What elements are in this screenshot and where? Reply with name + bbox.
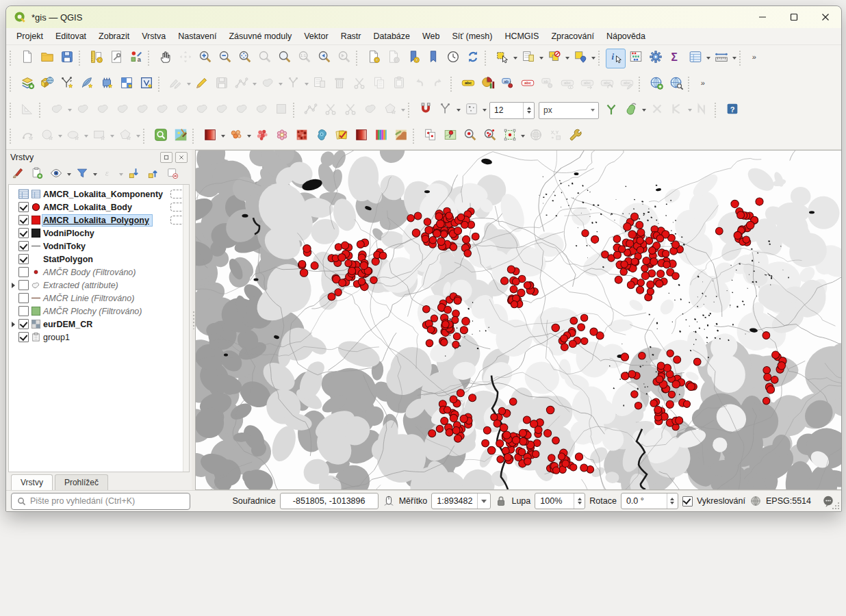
add-delimited-text-layer-button[interactable]	[57, 75, 77, 94]
mouse-extent-icon[interactable]	[383, 495, 395, 507]
menu-zpracov-n[interactable]: Zpracování	[545, 29, 600, 43]
toolbar-drag-handle[interactable]	[408, 103, 413, 118]
layer-row-vodnitoky[interactable]: VodniToky	[9, 240, 189, 253]
menu-editovat[interactable]: Editovat	[49, 29, 92, 43]
layer-row-extracted-attribute[interactable]: Extracted (attribute)	[9, 279, 189, 292]
toolbar-drag-handle[interactable]	[715, 103, 719, 118]
layer-row-vodniplochy[interactable]: VodniPlochy	[9, 227, 189, 240]
layer-label[interactable]: StatPolygon	[42, 254, 96, 265]
minimize-button[interactable]	[747, 6, 778, 28]
magnifier-spin[interactable]: 100%	[535, 493, 585, 509]
toolbar-drag-handle[interactable]	[413, 129, 418, 144]
layer-row-am-r-body-filtrov-no[interactable]: AMČR Body (Filtrováno)	[9, 266, 189, 279]
toolbar-drag-handle[interactable]	[688, 77, 693, 92]
point-displacement-style-dropdown[interactable]	[246, 127, 252, 146]
menu-rastr[interactable]: Rastr	[335, 29, 368, 43]
layer-visibility-checkbox[interactable]	[18, 306, 29, 316]
show-statistics-button[interactable]: Σ	[665, 49, 685, 68]
show-bookmarks-button[interactable]	[423, 49, 443, 68]
point-cluster-style-button[interactable]	[252, 127, 272, 146]
layer-visibility-checkbox[interactable]	[18, 293, 29, 303]
avoid-overlap-dropdown[interactable]	[641, 101, 647, 120]
tree-scrollbar[interactable]	[183, 185, 189, 472]
new-print-layout-button[interactable]	[363, 49, 383, 68]
menu-zobrazit[interactable]: Zobrazit	[92, 29, 136, 43]
manage-map-themes-button[interactable]	[47, 165, 65, 183]
resize-grip[interactable]	[832, 502, 840, 510]
add-raster-layer-button[interactable]	[116, 75, 136, 94]
heatmap-style-dropdown[interactable]	[220, 127, 226, 146]
zoom-out-button[interactable]	[215, 49, 235, 68]
layer-visibility-checkbox[interactable]	[18, 202, 29, 212]
help-button[interactable]: ?	[722, 101, 742, 120]
data-source-manager-button[interactable]	[17, 75, 37, 94]
panel-close-button[interactable]	[175, 152, 188, 163]
rotation-spin[interactable]: 0.0 °	[621, 493, 678, 509]
toolbar-drag-handle[interactable]	[192, 129, 197, 144]
zoom-to-points-button[interactable]	[480, 127, 500, 146]
menu-z-suvn-moduly[interactable]: Zásuvné moduly	[222, 29, 298, 43]
snapping-display-button[interactable]	[461, 101, 481, 120]
layer-label[interactable]: AMČR Plochy (Filtrováno)	[42, 306, 144, 317]
add-postgis-layer-button[interactable]	[97, 75, 116, 94]
select-extent-tool-button[interactable]	[500, 127, 520, 146]
measure-line-dropdown[interactable]	[731, 49, 737, 68]
layer-row-statpolygon[interactable]: StatPolygon	[9, 253, 189, 266]
crs-globe-icon[interactable]	[749, 495, 762, 507]
layer-row-amcr-lokalita-body[interactable]: AMCR_Lokalita_Body	[9, 201, 189, 214]
open-attribute-table-button[interactable]	[685, 49, 705, 68]
layer-row-group1[interactable]: group1	[9, 331, 189, 344]
menu-web[interactable]: Web	[416, 29, 446, 43]
metasearch-button[interactable]	[170, 127, 190, 146]
layer-row-am-r-linie-filtrov-no[interactable]: AMČR Linie (Filtrováno)	[9, 292, 189, 305]
gradient-style-button[interactable]	[351, 127, 371, 146]
duplicate-features-button[interactable]	[420, 127, 440, 146]
menu-s-mesh[interactable]: Síť (mesh)	[446, 29, 499, 43]
layer-labeling-options-button[interactable]: abc	[458, 75, 478, 94]
toolbar-drag-handle[interactable]	[10, 51, 14, 66]
project-properties-button[interactable]	[106, 49, 126, 68]
menu-vrstva[interactable]: Vrstva	[136, 29, 172, 43]
layer-label[interactable]: AMČR Linie (Filtrováno)	[42, 293, 137, 304]
plugin-settings-button[interactable]	[565, 127, 585, 146]
zoom-full-button[interactable]	[235, 49, 255, 68]
pan-map-button[interactable]	[155, 49, 175, 68]
coordinates-input[interactable]: -851805, -1013896	[280, 493, 379, 509]
terrain-shading-button[interactable]	[391, 127, 411, 146]
memory-layer-indicator-icon[interactable]	[170, 203, 184, 211]
layer-label[interactable]: VodniPlochy	[42, 228, 97, 239]
menu-datab-ze[interactable]: Databáze	[368, 29, 417, 43]
save-project-button[interactable]	[57, 49, 77, 68]
toolbar-drag-handle[interactable]	[158, 77, 163, 92]
statistical-summary-button[interactable]	[626, 49, 645, 68]
menu-nastaven[interactable]: Nastavení	[172, 29, 222, 43]
new-spatial-bookmark-button[interactable]	[403, 49, 423, 68]
toolbar-drag-handle[interactable]	[598, 51, 603, 66]
zoom-to-point-button[interactable]	[460, 127, 480, 146]
add-vector-layer-button[interactable]	[37, 75, 57, 94]
new-project-button[interactable]	[17, 49, 37, 68]
toolbar-overflow-button[interactable]: »	[747, 49, 767, 68]
remove-layer-group-button[interactable]	[163, 165, 181, 183]
select-features-dropdown[interactable]	[512, 49, 518, 68]
scale-combo[interactable]: 1:893482	[431, 493, 491, 509]
locator-search-input[interactable]: Pište pro vyhledání (Ctrl+K)	[11, 493, 190, 510]
toolbar-drag-handle[interactable]	[450, 77, 455, 92]
layer-label[interactable]: AMCR_Lokalita_Polygony	[42, 215, 152, 226]
layer-visibility-checkbox[interactable]	[18, 280, 29, 290]
lock-scale-icon[interactable]	[495, 495, 507, 507]
toolbar-drag-handle[interactable]	[39, 103, 44, 118]
layer-row-amcr-lokalita-komponenty[interactable]: AMCR_Lokalita_Komponenty	[9, 188, 189, 201]
layer-row-amcr-lokalita-polygony[interactable]: AMCR_Lokalita_Polygony	[9, 214, 189, 227]
manage-map-themes-dropdown[interactable]	[66, 165, 72, 183]
layer-label[interactable]: AMCR_Lokalita_Komponenty	[42, 189, 166, 200]
menu-projekt[interactable]: Projekt	[10, 29, 49, 43]
zoom-last-button[interactable]	[314, 49, 334, 68]
maximize-button[interactable]	[778, 6, 810, 28]
collapse-all-button[interactable]	[144, 165, 162, 183]
scale-dropdown[interactable]	[477, 493, 490, 509]
layer-visibility-checkbox[interactable]	[18, 228, 29, 238]
layout-manager-button[interactable]	[86, 49, 106, 68]
color-ramp-button[interactable]	[371, 127, 391, 146]
deselect-features-dropdown[interactable]	[564, 49, 570, 68]
